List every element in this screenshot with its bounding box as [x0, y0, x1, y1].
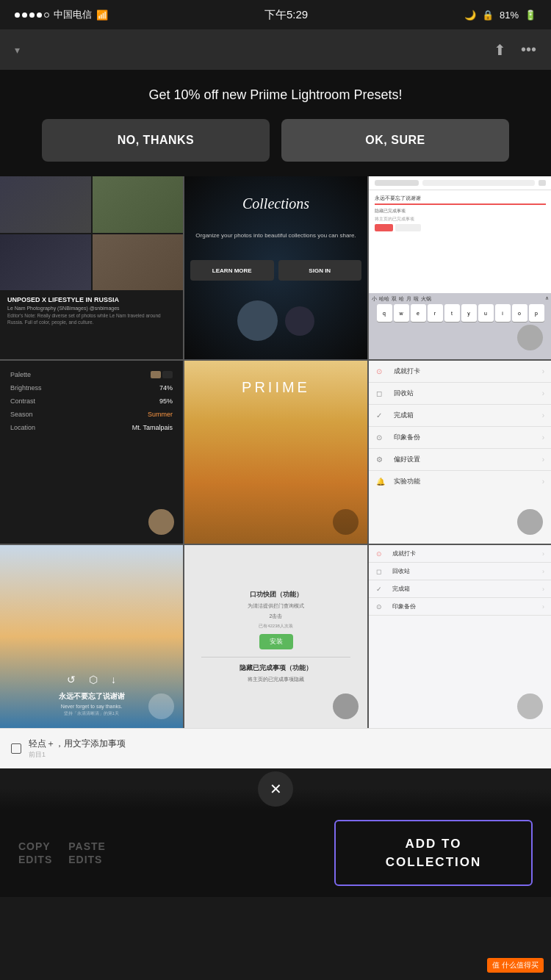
photo-grid: UNPOSED X LIFESTYLE IN RUSSIA Le Nam Pho…	[0, 176, 551, 728]
key-w[interactable]: w	[394, 304, 409, 322]
collection-thumb-1	[237, 300, 278, 341]
priime-avatar	[333, 509, 359, 535]
grid-cell-palette[interactable]: Palette Brightness 74% Contrast 95% Seas…	[0, 361, 183, 544]
ok-sure-button[interactable]: OK, SURE	[281, 119, 509, 162]
collections-desc: Organize your photos into beautiful coll…	[191, 231, 360, 240]
share-icon[interactable]: ⬆	[494, 41, 506, 59]
install-app-sub1: 为清洁提供拦门查询模式	[248, 602, 304, 610]
klist-arrow-2: ›	[542, 568, 544, 575]
install-app-sub2: 2击击	[270, 613, 283, 620]
season-value: Summer	[148, 411, 173, 418]
copy-label: COPY	[18, 840, 52, 852]
add-to-collection-button[interactable]: ADD TO COLLECTION	[334, 820, 533, 886]
download-icon[interactable]: ↓	[111, 674, 116, 685]
ocean-meta: 坚持「永清清晰清」的第1天	[64, 710, 119, 717]
add-to-label: ADD TO	[406, 835, 462, 854]
app-btn-1	[375, 224, 393, 231]
action-copy-paste-row: COPY EDITS PASTE EDITS	[18, 840, 334, 865]
status-left: 中国电信 📶	[15, 8, 108, 21]
app-buttons-row	[375, 224, 546, 231]
no-thanks-button[interactable]: NO, THANKS	[42, 119, 270, 162]
list-item-experiment[interactable]: 🔔 实验功能 ›	[369, 471, 551, 492]
sign-in-button[interactable]: SIGN IN	[278, 260, 362, 281]
paste-edits-group[interactable]: PASTE EDITS	[68, 840, 106, 865]
experiment-text: 实验功能	[394, 477, 536, 486]
key-o[interactable]: o	[512, 304, 527, 322]
collections-action-buttons: LEARN MORE SIGN IN	[190, 260, 361, 281]
refresh-icon[interactable]: ↺	[67, 674, 76, 685]
divider	[201, 657, 350, 657]
key-e[interactable]: e	[411, 304, 426, 322]
key-t[interactable]: t	[444, 304, 460, 322]
signal-dot-1	[15, 12, 20, 18]
grid-cell-list-app[interactable]: ⊙ 成就打卡 › ◻ 回收站 › ✓ 完成箱 › ⊙ 印象备份 › ⚙ 偏好设置	[369, 361, 551, 544]
klist-icon-4: ⊙	[376, 603, 386, 610]
collection-label: COLLECTION	[386, 853, 482, 872]
list-item-trash[interactable]: ◻ 回收站 ›	[369, 383, 551, 405]
promo-text: Get 10% off new Priime Lightroom Presets…	[22, 86, 529, 104]
klist-item-4[interactable]: ⊙ 印象备份 ›	[369, 598, 551, 616]
klist-item-3[interactable]: ✓ 完成箱 ›	[369, 580, 551, 598]
signal-dot-2	[22, 12, 27, 18]
todo-bar: 轻点＋，用文字添加事项 前目1	[0, 728, 551, 768]
klist-icon-3: ✓	[376, 586, 386, 593]
klist-item-2[interactable]: ◻ 回收站 ›	[369, 563, 551, 580]
install-app-title: 口功快团（功能）	[250, 590, 303, 599]
chinese-suggestion-row: 小 哈哈 双 哈 月 啦 火锅 ∧	[372, 295, 549, 303]
ocean-icons-row: ↺ ⬡ ↓	[67, 674, 116, 685]
grid-cell-collections[interactable]: Collections Organize your photos into be…	[184, 176, 367, 359]
chevron-down-icon[interactable]: ▾	[15, 44, 20, 56]
app-content-line-2: 隐藏已完成事项	[375, 208, 546, 215]
app-url-bar	[375, 180, 419, 186]
key-y[interactable]: y	[461, 304, 477, 322]
swatch-1	[151, 371, 161, 378]
klist-item-1[interactable]: ⊙ 成就打卡 ›	[369, 545, 551, 563]
learn-more-button[interactable]: LEARN MORE	[190, 260, 274, 281]
list-item-achievement[interactable]: ⊙ 成就打卡 ›	[369, 361, 551, 383]
grid-cell-keyboard-list[interactable]: ⊙ 成就打卡 › ◻ 回收站 › ✓ 完成箱 › ⊙ 印象备份 ›	[369, 545, 551, 728]
install-button[interactable]: 安装	[259, 634, 293, 649]
app-screenshot-avatar	[517, 325, 543, 350]
list-item-settings[interactable]: ⚙ 偏好设置 ›	[369, 449, 551, 471]
backup-icon: ⊙	[376, 433, 388, 442]
key-i[interactable]: i	[495, 304, 511, 322]
watermark-text: 值 什么值得买	[492, 961, 539, 969]
grid-cell-chinese-install[interactable]: 口功快团（功能） 为清洁提供拦门查询模式 2击击 已有42238人次装 安装 隐…	[184, 545, 367, 728]
suggestion-7: 火锅	[421, 295, 431, 303]
klist-arrow-3: ›	[542, 586, 544, 593]
chinese-install-avatar	[333, 693, 359, 719]
key-q[interactable]: q	[377, 304, 392, 322]
brightness-value: 74%	[159, 384, 173, 392]
done-icon: ✓	[376, 411, 388, 419]
suggestion-4: 哈	[399, 295, 404, 303]
grid-cell-priime[interactable]: PRIIME	[184, 361, 367, 544]
close-button[interactable]: ✕	[258, 771, 293, 807]
grid-icon[interactable]: ⬡	[89, 674, 98, 685]
brightness-row: Brightness 74%	[10, 384, 173, 392]
copy-edits-label: EDITS	[18, 854, 52, 865]
action-left-group: COPY EDITS PASTE EDITS	[18, 840, 334, 865]
list-item-backup[interactable]: ⊙ 印象备份 ›	[369, 427, 551, 449]
ocean-subtitle: Never forget to say thanks.	[61, 704, 123, 709]
trash-arrow: ›	[542, 389, 544, 397]
suggestion-1: 小	[372, 295, 377, 303]
collections-bg: Collections Organize your photos into be…	[184, 176, 367, 359]
lock-icon: 🔒	[482, 10, 494, 21]
todo-checkbox[interactable]	[11, 743, 21, 754]
grid-cell-russia[interactable]: UNPOSED X LIFESTYLE IN RUSSIA Le Nam Pho…	[0, 176, 183, 359]
status-right: 🌙 🔒 81% 🔋	[464, 10, 536, 21]
app-url-bar-2	[422, 180, 535, 186]
signal-dot-3	[29, 12, 35, 18]
key-r[interactable]: r	[428, 304, 443, 322]
key-p[interactable]: p	[529, 304, 544, 322]
russia-photo-1	[0, 176, 91, 233]
key-u[interactable]: u	[478, 304, 494, 322]
grid-cell-app-screenshot[interactable]: 永远不要忘了说谢谢 隐藏已完成事项 将主页的已完成事项 小 哈哈 双 哈 月 啦…	[369, 176, 551, 359]
list-item-done[interactable]: ✓ 完成箱 ›	[369, 405, 551, 427]
promo-banner: Get 10% off new Priime Lightroom Presets…	[0, 70, 551, 176]
contrast-value: 95%	[159, 397, 173, 405]
more-icon[interactable]: •••	[521, 41, 536, 58]
grid-cell-ocean[interactable]: ↺ ⬡ ↓ 永远不要忘了说谢谢 Never forget to say than…	[0, 545, 183, 728]
copy-edits-group[interactable]: COPY EDITS	[18, 840, 52, 865]
russia-photo-3	[0, 234, 91, 291]
